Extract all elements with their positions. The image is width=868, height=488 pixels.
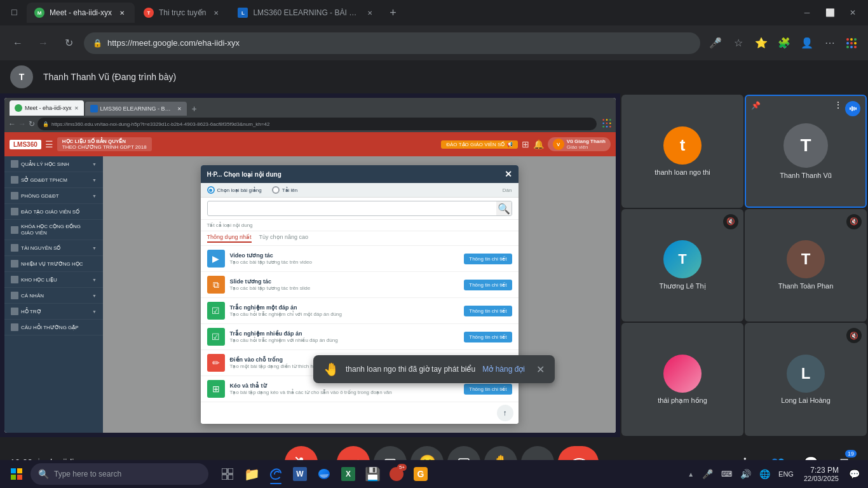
reload-button[interactable]: ↻ (58, 33, 79, 53)
sidebar-item-cauhoi[interactable]: CÂU HỎI THƯỜNG GẶP (4, 320, 103, 336)
canhan-label: CÁ NHÂN (21, 293, 44, 299)
svg-rect-20 (853, 107, 855, 111)
sidebar-item-so[interactable]: SỞ GD&ĐT TPHCM ▼ (4, 172, 103, 188)
tab3-close[interactable]: ✕ (365, 8, 375, 18)
raise-hand-close-btn[interactable]: ✕ (536, 363, 545, 376)
svg-rect-31 (17, 475, 22, 480)
modal-close-icon[interactable]: ✕ (505, 169, 512, 179)
mic-permission-btn[interactable]: 🎤 (705, 33, 726, 53)
browser-controls: ← → ↻ 🔒 https://meet.google.com/eha-iidi… (0, 25, 868, 60)
taskbar-search[interactable]: 🔍 Type here to search (31, 463, 208, 485)
participant6-avatar: L (787, 355, 825, 393)
tracnghiem2-detail-btn[interactable]: Thông tin chi tiết (464, 332, 512, 342)
more-btn[interactable]: ⋯ (820, 33, 840, 53)
sidebar-item-phong[interactable]: PHÒNG GD&ĐT ▼ (4, 188, 103, 204)
sidebar-item-kho[interactable]: KHO HỌC LIỆU ▼ (4, 272, 103, 288)
excel-button[interactable]: X (337, 463, 360, 485)
modal-search-input[interactable] (208, 205, 496, 212)
windows-taskbar: 🔍 Type here to search 📁 W X (0, 460, 868, 488)
video-detail-btn[interactable]: Thông tin chi tiết (464, 254, 512, 264)
windows-start-button[interactable] (5, 463, 28, 485)
taskbar-app8[interactable]: 5+ (385, 463, 408, 485)
forward-button[interactable]: → (33, 33, 53, 53)
sidebar-item-hotro[interactable]: HỖ TRỢ ▼ (4, 304, 103, 320)
tracnghiem1-detail-btn[interactable]: Thông tin chi tiết (464, 306, 512, 316)
new-tab-button[interactable]: + (384, 4, 402, 22)
svg-rect-21 (855, 107, 857, 110)
fileexplorer-button[interactable]: 📁 (240, 463, 263, 485)
tray-mic-icon[interactable]: 🎤 (698, 465, 716, 483)
radio-tailên-label: Tải lên (282, 187, 298, 193)
taskbar-apps: 📁 W X 💾 5+ G (216, 463, 432, 485)
inner-forward-btn: → (18, 119, 26, 128)
back-button[interactable]: ← (8, 33, 28, 53)
tray-network-icon[interactable]: 🌐 (756, 465, 773, 483)
edge2-button[interactable] (313, 463, 336, 485)
window-minimize-btn[interactable]: ─ (797, 4, 817, 22)
tab3-title: LMS360 ELEARNING - BÀI GIẢNG (253, 8, 360, 17)
window-maximize-btn[interactable]: ⬜ (820, 4, 840, 22)
sidebar-item-nhiemvu[interactable]: NHIỆM VỤ TRƯỜNG HỌC (4, 256, 103, 272)
sidebar-item-tainguyen[interactable]: TÀI NGUYÊN SỐ ▼ (4, 240, 103, 256)
sidebar-item-khoahoc[interactable]: KHÓA HỌC CỘNG ĐỒNGGIÁO VIÊN (4, 220, 103, 240)
so-icon (11, 176, 18, 184)
edge-browser-button[interactable] (264, 463, 287, 485)
inner-tab2-favicon (90, 105, 98, 112)
word-button[interactable]: W (288, 463, 311, 485)
taskbar-app9[interactable]: G (409, 463, 432, 485)
participant2-pin-icon: 📌 (751, 101, 761, 110)
bookmark-btn[interactable]: ☆ (728, 33, 749, 53)
tab-lms[interactable]: L LMS360 ELEARNING - BÀI GIẢNG ✕ (230, 3, 383, 23)
tab-tuychon[interactable]: Tùy chọn nâng cao (259, 234, 309, 243)
tab2-close[interactable]: ✕ (211, 8, 221, 18)
tracnghiem2-title: Trắc nghiệm nhiều đáp án (230, 330, 459, 337)
tray-keyboard-icon[interactable]: ⌨ (717, 465, 735, 483)
browser-chrome: ☐ M Meet - eha-iidi-xyx ✕ T Thi trực tuy… (0, 0, 868, 60)
activities-badge: 19 (845, 450, 857, 458)
window-close-btn[interactable]: ✕ (843, 4, 863, 22)
lms-subtitle-text: THEO CHƯƠNG TRÌNH GDPT 2018 (62, 144, 147, 150)
svg-rect-29 (17, 468, 22, 473)
extensions-btn[interactable]: 🧩 (774, 33, 794, 53)
scroll-up-arrow[interactable]: ↑ (497, 405, 513, 421)
modal-search-btn[interactable]: 🔍 (496, 201, 512, 216)
raise-hand-notification: 🤚 thanh loan ngo thi đã giờ tay phát biể… (313, 355, 555, 383)
keothatu-detail-btn[interactable]: Thông tin chi tiết (464, 384, 512, 395)
meet-header: T Thanh Thanh Vũ (Đang trình bày) (0, 60, 868, 93)
raise-hand-action-btn[interactable]: Mở hàng đợi (482, 365, 525, 374)
participant2-more-icon[interactable]: ⋮ (834, 100, 843, 110)
tab-thi[interactable]: T Thi trực tuyến ✕ (136, 3, 229, 23)
content-item-video: ▶ Video tương tác Tạo các bài tập tương … (201, 246, 519, 272)
slide-detail-btn[interactable]: Thông tin chi tiết (464, 280, 512, 290)
kho-arrow: ▼ (92, 278, 97, 282)
radio-tailên[interactable]: Tải lên (272, 186, 298, 194)
sidebar-item-canhan[interactable]: CÁ NHÂN ▼ (4, 288, 103, 304)
slide-icon: ⧉ (207, 276, 225, 294)
tracnghiem2-desc: Tạo câu hỏi trắc nghiệm với nhiều đáp án… (230, 337, 459, 343)
sidebar-item-quanly[interactable]: QUẢN LÝ HỌC SINH ▼ (4, 156, 103, 172)
sidebar-item-daotao[interactable]: ĐÀO TẠO GIÁO VIÊN SỐ (4, 204, 103, 220)
browser-window: ☐ M Meet - eha-iidi-xyx ✕ T Thi trực tuy… (0, 0, 868, 488)
modal-title: H·P... Chọn loại nội dung (207, 171, 281, 178)
inner-new-tab: + (188, 102, 201, 116)
tab-thongdungnhat[interactable]: Thông dụng nhất (207, 234, 252, 243)
tray-volume-icon[interactable]: 🔊 (736, 465, 754, 483)
profile-btn[interactable]: 👤 (797, 33, 817, 53)
tray-expand-btn[interactable]: ▲ (684, 465, 697, 483)
taskview-button[interactable] (216, 463, 239, 485)
radio-baigiảng[interactable]: Chọn loại bài giảng (207, 186, 262, 194)
language-indicator[interactable]: ENG (775, 470, 797, 478)
tab1-close[interactable]: ✕ (117, 8, 127, 18)
window-minimize[interactable]: ☐ (5, 4, 23, 22)
svg-point-2 (854, 38, 857, 41)
svg-point-10 (606, 119, 608, 121)
notification-center-btn[interactable]: 💬 (845, 465, 863, 483)
tab1-favicon: M (34, 8, 44, 18)
tab-meet[interactable]: M Meet - eha-iidi-xyx ✕ (27, 3, 135, 23)
tracnghiem1-icon: ☑ (207, 302, 225, 320)
taskbar-clock[interactable]: 7:23 PM 22/03/2025 (799, 466, 844, 482)
address-bar[interactable]: 🔒 https://meet.google.com/eha-iidi-xyx (84, 32, 700, 54)
taskbar-app7[interactable]: 💾 (361, 463, 384, 485)
bookmark-manager-btn[interactable]: ⭐ (751, 33, 771, 53)
svg-point-16 (606, 126, 608, 128)
